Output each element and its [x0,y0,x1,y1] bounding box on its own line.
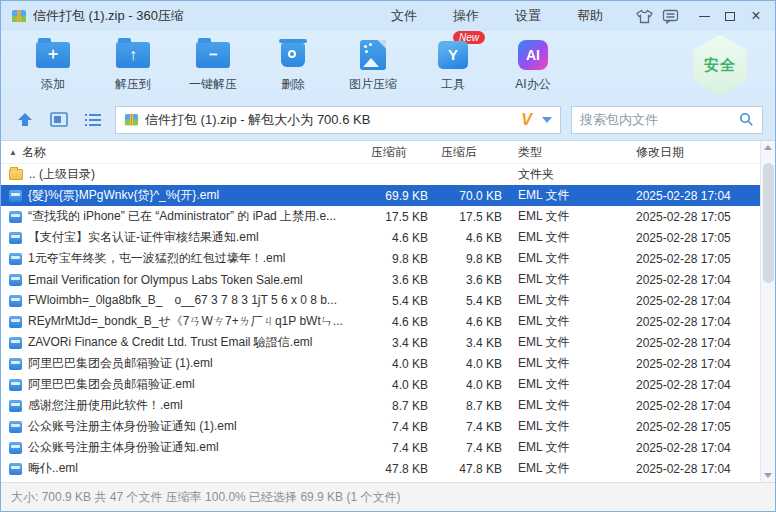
file-name: 阿里巴巴集团会员邮箱验证 (1).eml [28,355,213,372]
file-name: FWloimbh=_0lga8bfk_B_ o__67 3 7 8 3 1jT … [28,292,337,309]
file-name: {髮}%{票}MPgWnkv{贷}^_%{开}.eml [28,187,219,204]
archive-path: 信件打包 (1).zip - 解包大小为 700.6 KB [145,111,515,129]
column-headers: ▲名称 压缩前 压缩后 类型 修改日期 [1,141,760,164]
ai-office-button[interactable]: AI AI办公 [493,38,573,93]
eml-file-icon [9,337,22,349]
menu-help[interactable]: 帮助 [559,7,621,25]
file-name: Email Verification for Olympus Labs Toke… [28,273,303,287]
table-row[interactable]: 晦仆..eml47.8 KB47.8 KBEML 文件2025-02-28 17… [1,458,760,479]
app-window: 信件打包 (1).zip - 360压缩 文件 操作 设置 帮助 × ＋ 添加 [0,0,776,512]
menubar: 文件 操作 设置 帮助 [373,7,621,25]
skin-icon[interactable] [631,5,657,27]
eml-file-icon [9,463,22,475]
table-row[interactable]: 公众账号注册主体身份验证通知.eml7.4 KB7.4 KBEML 文件2025… [1,437,760,458]
eml-file-icon [9,295,22,307]
column-size-before[interactable]: 压缩前 [362,144,440,161]
address-dropdown-icon[interactable] [542,117,552,123]
vertical-scrollbar[interactable] [760,141,775,482]
table-row[interactable]: FWloimbh=_0lga8bfk_B_ o__67 3 7 8 3 1jT … [1,290,760,311]
table-row[interactable]: 感谢您注册使用此软件！.eml8.7 KB8.7 KBEML 文件2025-02… [1,395,760,416]
address-bar[interactable]: 信件打包 (1).zip - 解包大小为 700.6 KB V [115,106,561,134]
ai-office-icon: AI [514,38,552,72]
tools-button[interactable]: New Y 工具 [413,38,493,93]
scrollbar-thumb[interactable] [763,163,774,283]
scroll-up-icon[interactable] [764,145,772,150]
file-name: 阿里巴巴集团会员邮箱验证.eml [28,376,195,393]
zip-archive-icon [11,8,27,24]
add-button[interactable]: ＋ 添加 [13,38,93,93]
column-date[interactable]: 修改日期 [634,144,760,161]
one-click-extract-button[interactable]: － 一键解压 [173,38,253,93]
file-name: 公众账号注册主体身份验证通知 (1).eml [28,418,237,435]
close-button[interactable]: × [743,4,769,28]
list-view-icon[interactable] [81,109,105,131]
sort-ascending-icon: ▲ [9,148,17,157]
search-icon[interactable] [739,112,754,127]
menu-file[interactable]: 文件 [373,7,435,25]
eml-file-icon [9,421,22,433]
file-name: ZAVORi Finance & Credit Ltd. Trust Email… [28,334,313,351]
column-type[interactable]: 类型 [514,144,634,161]
column-name[interactable]: ▲名称 [1,144,362,161]
v-logo: V [521,111,532,129]
eml-file-icon [9,316,22,328]
table-row[interactable]: 阿里巴巴集团会员邮箱验证 (1).eml4.0 KB4.0 KBEML 文件20… [1,353,760,374]
eml-file-icon [9,400,22,412]
image-compress-icon [354,38,392,72]
eml-file-icon [9,274,22,286]
statusbar: 大小: 700.9 KB 共 47 个文件 压缩率 100.0% 已经选择 69… [1,482,775,511]
file-name: 【支付宝】实名认证-证件审核结果通知.eml [28,229,259,246]
eml-file-icon [9,379,22,391]
parent-directory-row[interactable]: .. (上级目录) 文件夹 [1,164,760,185]
table-row[interactable]: REyMrMtJd=_bondk_B_せ《7ㄢWㄘ7+ㄌ厂ㄐq1P bWtㄣ..… [1,311,760,332]
shield-icon: 安全 [691,34,749,96]
thumbnail-view-icon[interactable] [47,109,71,131]
delete-button[interactable]: 删除 [253,38,333,93]
eml-file-icon [9,253,22,265]
table-row[interactable]: 阿里巴巴集团会员邮箱验证.eml4.0 KB4.0 KBEML 文件2025-0… [1,374,760,395]
column-size-after[interactable]: 压缩后 [440,144,514,161]
folder-icon [9,169,23,180]
file-list: ▲名称 压缩前 压缩后 类型 修改日期 .. (上级目录) 文件夹 {髮}%{票… [1,141,775,482]
zip-file-icon [124,112,139,127]
menu-settings[interactable]: 设置 [497,7,559,25]
status-text: 大小: 700.9 KB 共 47 个文件 压缩率 100.0% 已经选择 69… [11,489,400,506]
menu-actions[interactable]: 操作 [435,7,497,25]
scroll-down-icon[interactable] [764,473,772,478]
search-input[interactable]: 搜索包内文件 [571,106,763,134]
eml-file-icon [9,232,22,244]
one-click-extract-icon: － [194,38,232,72]
table-row[interactable]: {髮}%{票}MPgWnkv{贷}^_%{开}.eml69.9 KB70.0 K… [1,185,760,206]
eml-file-icon [9,190,22,202]
toolbar: ＋ 添加 ↑ 解压到 － 一键解压 删除 图片压缩 New Y 工具 AI AI… [1,31,775,99]
up-level-icon[interactable] [13,109,37,131]
file-name: 晦仆..eml [28,460,78,477]
titlebar: 信件打包 (1).zip - 360压缩 文件 操作 设置 帮助 × [1,1,775,31]
safe-badge[interactable]: 安全 [691,34,749,96]
table-row[interactable]: 1元夺宝年终奖，屯一波猛烈的红包过壕年！.eml9.8 KB9.8 KBEML … [1,248,760,269]
image-compress-button[interactable]: 图片压缩 [333,38,413,93]
add-folder-icon: ＋ [34,38,72,72]
table-row[interactable]: “查找我的 iPhone” 已在 “Administrator” 的 iPad … [1,206,760,227]
trash-icon [274,38,312,72]
table-row[interactable]: ZAVORi Finance & Credit Ltd. Trust Email… [1,332,760,353]
table-row[interactable]: 公众账号注册主体身份验证通知 (1).eml7.4 KB7.4 KBEML 文件… [1,416,760,437]
file-name: 公众账号注册主体身份验证通知.eml [28,439,219,456]
file-name: REyMrMtJd=_bondk_B_せ《7ㄢWㄘ7+ㄌ厂ㄐq1P bWtㄣ..… [28,313,343,330]
table-row[interactable]: Email Verification for Olympus Labs Toke… [1,269,760,290]
table-row[interactable]: 【支付宝】实名认证-证件审核结果通知.eml4.6 KB4.6 KBEML 文件… [1,227,760,248]
extract-to-button[interactable]: ↑ 解压到 [93,38,173,93]
tools-cube-icon: Y [434,38,472,72]
eml-file-icon [9,211,22,223]
eml-file-icon [9,442,22,454]
feedback-icon[interactable] [657,5,683,27]
extract-to-folder-icon: ↑ [114,38,152,72]
maximize-button[interactable] [717,4,743,28]
file-name: “查找我的 iPhone” 已在 “Administrator” 的 iPad … [28,208,336,225]
window-title: 信件打包 (1).zip - 360压缩 [33,7,184,25]
search-placeholder: 搜索包内文件 [580,111,739,129]
minimize-button[interactable] [691,4,717,28]
file-name: 1元夺宝年终奖，屯一波猛烈的红包过壕年！.eml [28,250,285,267]
address-row: 信件打包 (1).zip - 解包大小为 700.6 KB V 搜索包内文件 [1,99,775,141]
file-name: 感谢您注册使用此软件！.eml [28,397,183,414]
